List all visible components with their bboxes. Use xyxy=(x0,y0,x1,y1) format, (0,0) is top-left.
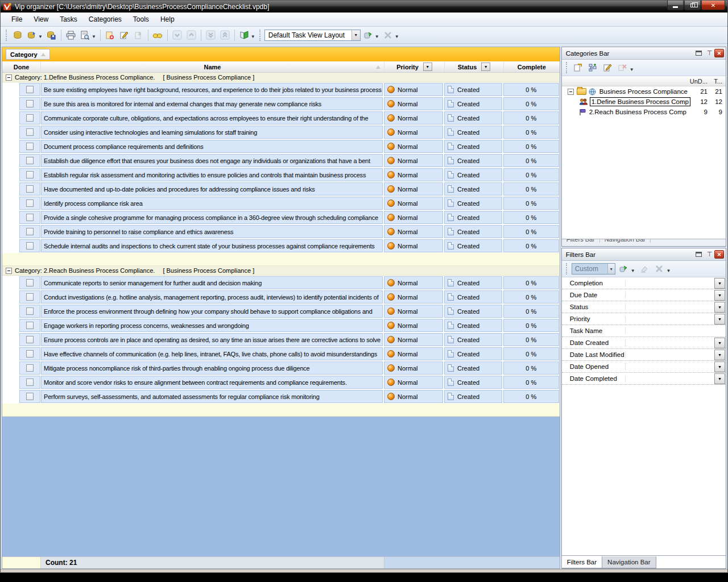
collapse-tree-icon[interactable] xyxy=(568,89,574,95)
delete-task-icon[interactable] xyxy=(132,28,145,41)
filter-dropdown-icon[interactable]: ▼ xyxy=(714,278,725,289)
task-checkbox[interactable] xyxy=(26,143,34,150)
new-subcategory-icon[interactable] xyxy=(586,61,599,74)
table-row[interactable]: Have effective channels of communication… xyxy=(2,347,560,361)
menu-item-tasks[interactable]: Tasks xyxy=(55,14,82,25)
task-checkbox[interactable] xyxy=(26,393,34,400)
collapse-group-icon[interactable] xyxy=(6,268,12,274)
task-checkbox[interactable] xyxy=(26,114,34,122)
clear-filter-icon[interactable] xyxy=(638,263,651,276)
view-tasks-icon[interactable] xyxy=(151,28,164,41)
table-row[interactable]: Be sure this area is monitored for inter… xyxy=(2,97,560,111)
categories-close-icon[interactable]: ✕ xyxy=(714,49,724,57)
task-checkbox[interactable] xyxy=(26,157,34,164)
category-tree-item[interactable]: 2.Reach Business Process Comp99 xyxy=(562,107,726,117)
filter-dropdown-icon[interactable]: ▼ xyxy=(714,314,725,325)
save-layout-icon[interactable] xyxy=(362,28,375,41)
column-header-done[interactable]: Done xyxy=(2,61,41,72)
restore-button[interactable] xyxy=(684,1,701,10)
move-top-icon[interactable] xyxy=(218,28,231,41)
total-column-header[interactable]: T... xyxy=(710,78,726,85)
table-row[interactable]: Monitor and score vendor risks to ensure… xyxy=(2,375,560,389)
table-row[interactable]: Identify process compliance risk areaNor… xyxy=(2,196,560,210)
print-preview-icon[interactable] xyxy=(78,28,92,41)
task-checkbox[interactable] xyxy=(26,228,34,235)
column-header-complete[interactable]: Complete xyxy=(504,61,560,72)
filters-minimize-icon[interactable] xyxy=(694,250,704,259)
open-database-icon[interactable] xyxy=(25,28,38,41)
category-tree-item[interactable]: Business Process Compliance2121 xyxy=(562,86,726,97)
task-checkbox[interactable] xyxy=(26,128,34,136)
layout-combo-arrow-icon[interactable]: ▼ xyxy=(351,30,360,40)
new-database-icon[interactable] xyxy=(11,28,24,41)
menu-item-tools[interactable]: Tools xyxy=(128,14,154,25)
menu-item-view[interactable]: View xyxy=(28,14,53,25)
category-tree-item[interactable]: 1.Define Business Process Comp1212 xyxy=(562,97,726,107)
new-category-icon[interactable] xyxy=(572,61,585,74)
layout-combo[interactable]: Default Task View Layout ▼ xyxy=(264,30,361,41)
task-checkbox[interactable] xyxy=(26,379,34,386)
filter-value-cell[interactable] xyxy=(626,277,714,289)
filter-preset-arrow-icon[interactable]: ▼ xyxy=(607,264,615,274)
print-icon[interactable] xyxy=(64,28,77,41)
table-row[interactable]: Mitigate process noncompliance risk of t… xyxy=(2,361,560,375)
status-filter-button[interactable]: ▼ xyxy=(481,63,490,71)
task-checkbox[interactable] xyxy=(26,171,34,178)
tab-navigation-bar[interactable]: Navigation Bar xyxy=(602,556,656,568)
task-checkbox[interactable] xyxy=(26,322,34,329)
edit-category-icon[interactable] xyxy=(601,61,614,74)
column-header-status[interactable]: Status ▼ xyxy=(445,61,504,72)
task-checkbox[interactable] xyxy=(26,307,34,315)
table-row[interactable]: Have documented and up-to-date policies … xyxy=(2,182,560,196)
print-dropdown[interactable]: ▼ xyxy=(92,34,96,39)
task-checkbox[interactable] xyxy=(26,293,34,301)
table-row[interactable]: Establish due diligence effort that ensu… xyxy=(2,153,560,168)
column-header-name[interactable]: Name xyxy=(41,61,384,72)
filters-pin-icon[interactable]: ⊤ xyxy=(705,250,714,259)
move-bottom-icon[interactable] xyxy=(204,28,217,41)
undone-column-header[interactable]: UnD... xyxy=(687,78,710,85)
tab-filters-bar[interactable]: Filters Bar xyxy=(561,556,602,568)
minimize-button[interactable] xyxy=(667,1,684,10)
table-row[interactable]: Enforce the process environment through … xyxy=(2,304,560,318)
priority-filter-button[interactable]: ▼ xyxy=(423,63,432,71)
move-down-icon[interactable] xyxy=(171,28,184,41)
save-database-icon[interactable] xyxy=(45,28,58,41)
filter-value-cell[interactable] xyxy=(626,349,714,360)
filters-toolbar-dropdown[interactable]: ▼ xyxy=(667,268,671,273)
layouts-icon[interactable] xyxy=(238,28,251,41)
filter-value-cell[interactable] xyxy=(626,361,714,372)
close-button[interactable]: ✕ xyxy=(701,1,725,10)
filter-value-cell[interactable] xyxy=(626,373,714,384)
table-row[interactable]: Be sure existing employees have right ba… xyxy=(2,82,560,97)
filters-close-icon[interactable]: ✕ xyxy=(714,250,724,259)
new-task-icon[interactable] xyxy=(104,28,117,41)
task-checkbox[interactable] xyxy=(26,364,34,372)
filter-preset-combo[interactable]: Custom ▼ xyxy=(572,263,615,275)
table-row[interactable]: Provide a single cohesive programme for … xyxy=(2,210,560,225)
table-row[interactable]: Communicate corporate culture, obligatio… xyxy=(2,111,560,125)
table-row[interactable]: Ensure process controls are in place and… xyxy=(2,332,560,347)
table-row[interactable]: Conduct investigations (e.g. hotline ana… xyxy=(2,290,560,304)
menu-item-categories[interactable]: Categories xyxy=(84,14,127,25)
task-checkbox[interactable] xyxy=(26,279,34,286)
menu-item-file[interactable]: File xyxy=(6,14,27,25)
layouts-dropdown[interactable]: ▼ xyxy=(251,34,255,39)
table-row[interactable]: Consider using interactive technologies … xyxy=(2,125,560,139)
filter-value-cell[interactable] xyxy=(626,313,714,325)
filter-value-cell[interactable] xyxy=(626,337,714,348)
delete-filter-icon[interactable] xyxy=(653,263,666,276)
group-by-category-button[interactable]: Category xyxy=(6,49,50,60)
categories-minimize-icon[interactable] xyxy=(694,49,704,57)
filter-dropdown-icon[interactable]: ▼ xyxy=(714,373,725,384)
categories-toolbar-dropdown[interactable]: ▼ xyxy=(630,67,634,72)
save-layout-dropdown[interactable]: ▼ xyxy=(375,34,379,39)
task-checkbox[interactable] xyxy=(26,214,34,221)
apply-filter-dropdown[interactable]: ▼ xyxy=(631,268,635,273)
edit-task-icon[interactable] xyxy=(118,28,131,41)
table-row[interactable]: Schedule internal audits and inspections… xyxy=(2,239,560,253)
filter-value-cell[interactable] xyxy=(626,325,726,336)
table-row[interactable]: Engage workers in reporting process conc… xyxy=(2,318,560,332)
task-checkbox[interactable] xyxy=(26,242,34,250)
filter-dropdown-icon[interactable]: ▼ xyxy=(714,302,725,313)
